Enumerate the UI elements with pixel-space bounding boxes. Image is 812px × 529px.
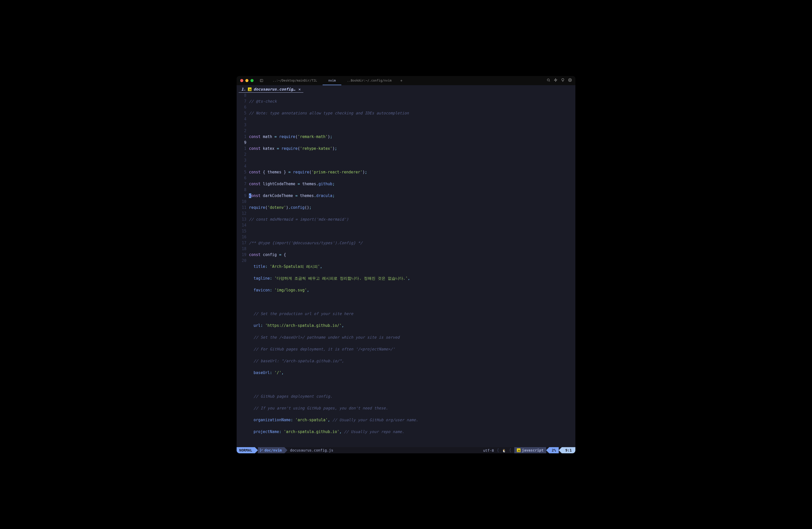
line-number: 6: [237, 175, 246, 181]
close-buffer-button[interactable]: ✕: [299, 87, 301, 92]
titlebar: ..:~/Desktop/mainDir/TIL nvim ..BookAir:…: [237, 76, 575, 85]
line-number: 9: [237, 193, 246, 199]
javascript-icon: JS: [248, 87, 251, 91]
line-number: 20: [237, 258, 246, 264]
titlebar-right-icons: [547, 78, 572, 83]
terminal-tab-2[interactable]: nvim: [323, 76, 341, 85]
bolt-icon[interactable]: [554, 78, 557, 83]
svg-point-7: [260, 451, 260, 452]
traffic-lights: [240, 79, 253, 82]
code-content: // @ts-check // Note: type annotations a…: [249, 93, 575, 447]
line-number: 5: [237, 169, 246, 175]
gear-icon[interactable]: [568, 78, 572, 83]
line-number: 16: [237, 234, 246, 240]
scroll-percent: 2%: [549, 447, 559, 453]
tab-label: ..:~/Desktop/mainDir/TIL: [273, 79, 317, 82]
svg-point-5: [569, 79, 570, 80]
line-number: 8: [237, 93, 246, 99]
line-number: 18: [237, 246, 246, 252]
current-line-number: 9: [237, 140, 246, 146]
encoding: utf-8: [483, 449, 494, 453]
separator: [255, 447, 258, 453]
line-number: 19: [237, 252, 246, 258]
line-number: 2: [237, 128, 246, 134]
line-number: 15: [237, 228, 246, 234]
terminal-tab-3[interactable]: ..BookAir:~/.config/nvim: [341, 76, 397, 85]
search-icon[interactable]: [547, 78, 550, 83]
line-number: 8: [237, 187, 246, 193]
terminal-tabs: ..:~/Desktop/mainDir/TIL nvim ..BookAir:…: [267, 76, 405, 85]
git-branch-name: doc/nvim: [265, 448, 282, 452]
vim-mode: NORMAL: [237, 447, 255, 453]
editor[interactable]: 8 7 6 5 4 3 2 1 9 1 2 3 4 5 6 7 8 9 10 1…: [237, 93, 575, 447]
line-number: 4: [237, 163, 246, 169]
line-number-gutter: 8 7 6 5 4 3 2 1 9 1 2 3 4 5 6 7 8 9 10 1…: [237, 93, 249, 447]
line-number: 6: [237, 104, 246, 110]
buffer-index: 1.: [241, 87, 246, 92]
separator: [559, 447, 562, 453]
sidebar-toggle-icon[interactable]: [260, 79, 263, 82]
line-number: 2: [237, 152, 246, 158]
minimize-window-button[interactable]: [245, 79, 248, 82]
svg-line-3: [549, 81, 550, 82]
line-number: 7: [237, 99, 246, 104]
line-number: 4: [237, 116, 246, 122]
cursor-position: 9:1: [562, 447, 575, 453]
line-number: 12: [237, 211, 246, 217]
separator: [284, 447, 287, 453]
svg-point-6: [260, 449, 260, 449]
os-icon: 🐧: [502, 449, 506, 453]
encoding-segment: utf-8 ⟨ 🐧 ⟨: [481, 447, 514, 453]
line-number: 17: [237, 240, 246, 246]
lightbulb-icon[interactable]: [561, 78, 565, 83]
buffer-tab[interactable]: 1. JS docusaurus.config… ✕: [239, 86, 303, 93]
terminal-window: ..:~/Desktop/mainDir/TIL nvim ..BookAir:…: [237, 76, 575, 453]
line-number: 3: [237, 158, 246, 163]
separator: [546, 447, 549, 453]
tab-label: ..BookAir:~/.config/nvim: [347, 79, 391, 82]
line-number: 5: [237, 110, 246, 116]
cursor: c: [249, 193, 251, 198]
svg-rect-0: [260, 79, 263, 82]
statusline: NORMAL doc/nvim docusaurus.config.js utf…: [237, 447, 575, 453]
filetype-segment: JS javascript: [514, 447, 546, 453]
buffer-tabline: 1. JS docusaurus.config… ✕: [237, 85, 575, 93]
terminal-tab-1[interactable]: ..:~/Desktop/mainDir/TIL: [267, 76, 323, 85]
maximize-window-button[interactable]: [250, 79, 253, 82]
line-number: 1: [237, 146, 246, 152]
separator-angle: ⟨: [508, 447, 512, 453]
new-tab-button[interactable]: +: [397, 78, 405, 83]
line-number: 13: [237, 217, 246, 222]
statusline-filename: docusaurus.config.js: [287, 447, 336, 453]
git-branch-segment: doc/nvim: [258, 447, 284, 453]
line-number: 3: [237, 122, 246, 128]
filetype: javascript: [522, 448, 543, 452]
git-branch-icon: [259, 449, 263, 452]
line-number: 7: [237, 181, 246, 187]
svg-point-8: [262, 449, 262, 450]
tab-label: nvim: [328, 79, 336, 82]
svg-point-2: [547, 79, 549, 81]
line-number: 10: [237, 199, 246, 205]
close-window-button[interactable]: [240, 79, 243, 82]
line-number: 11: [237, 205, 246, 211]
javascript-icon: JS: [517, 449, 520, 452]
buffer-filename: docusaurus.config…: [253, 87, 295, 92]
svg-marker-4: [554, 78, 557, 82]
line-number: 14: [237, 222, 246, 228]
line-number: 1: [237, 134, 246, 140]
separator-angle: ⟨: [496, 447, 500, 453]
